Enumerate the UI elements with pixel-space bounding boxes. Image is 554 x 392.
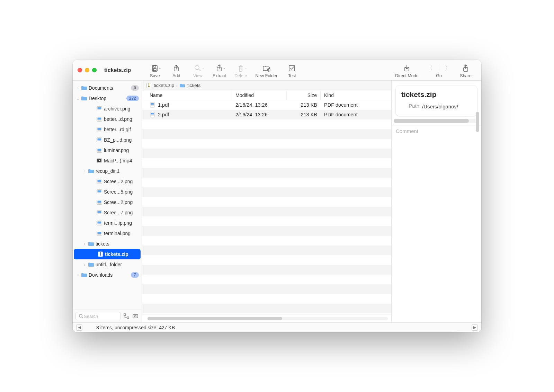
table-row (142, 216, 391, 226)
image-icon (96, 199, 102, 205)
sidebar-item[interactable]: Scree...7.png (73, 207, 142, 218)
breadcrumb-segment[interactable]: tickets.zip (154, 83, 174, 88)
toolbar-label: New Folder (255, 73, 277, 78)
sidebar-item[interactable]: ⌄Desktop272 (73, 93, 142, 104)
add-button[interactable]: Add (166, 64, 187, 78)
image-icon (96, 137, 102, 143)
sidebar-item[interactable]: Scree...2.png (73, 197, 142, 207)
disclosure-triangle[interactable]: › (75, 273, 80, 277)
chevron-down-icon: ⌄ (202, 66, 205, 70)
search-field[interactable] (84, 314, 118, 319)
sidebar-item[interactable]: ›Downloads7 (73, 270, 142, 280)
svg-rect-24 (98, 151, 101, 152)
zoom-window-button[interactable] (92, 68, 97, 72)
table-row (142, 236, 391, 246)
delete-button[interactable]: ⌄ Delete (230, 64, 251, 78)
minimize-window-button[interactable] (85, 68, 89, 72)
table-row (142, 129, 391, 139)
preview-icon[interactable] (132, 313, 139, 320)
disclosure-triangle[interactable]: › (75, 86, 80, 90)
table-row (142, 294, 391, 304)
sidebar-item[interactable]: tickets.zip (74, 249, 141, 259)
window-controls (78, 68, 97, 72)
svg-rect-31 (98, 190, 101, 193)
sidebar-item[interactable]: archiver.png (73, 104, 142, 114)
sidebar-item[interactable]: Scree...5.png (73, 187, 142, 197)
table-row[interactable]: 1.pdf2/16/24, 13:26213 KBPDF document (142, 100, 391, 110)
scrollbar-thumb[interactable] (148, 317, 282, 320)
disclosure-triangle[interactable]: ⌄ (75, 97, 80, 100)
sidebar-item[interactable]: ›untitl...folder (73, 259, 142, 270)
horizontal-scrollbar[interactable] (148, 317, 388, 320)
svg-rect-28 (98, 180, 101, 182)
column-header-kind[interactable]: Kind (321, 90, 391, 100)
search-input[interactable] (75, 312, 121, 320)
info-horizontal-scrollbar[interactable] (394, 119, 479, 123)
sidebar-item[interactable]: ›Documents0 (73, 83, 142, 93)
svg-rect-54 (149, 83, 149, 86)
sidebar-item[interactable]: terminal.png (73, 228, 142, 239)
sidebar-item[interactable]: ›tickets (73, 239, 142, 249)
svg-rect-63 (151, 116, 154, 116)
sidebar-item-label: tickets (96, 241, 139, 247)
view-button[interactable]: ⌄ View (187, 64, 208, 78)
test-button[interactable]: Test (281, 64, 303, 78)
share-button[interactable]: Share (455, 64, 476, 78)
disclosure-triangle[interactable]: › (82, 263, 87, 267)
pdf-icon (150, 112, 155, 117)
sidebar-item[interactable]: luminar.png (73, 145, 142, 155)
disclosure-triangle[interactable]: › (82, 242, 87, 246)
hierarchy-icon[interactable] (123, 313, 130, 320)
sidebar-item[interactable]: termi...ip.png (73, 218, 142, 228)
table-row (142, 265, 391, 275)
nav-first-button[interactable]: ◀ (76, 324, 82, 331)
nav-last-button[interactable]: ▶ (472, 324, 478, 331)
save-button[interactable]: ⌄ Save (144, 64, 166, 78)
sidebar: ›Documents0⌄Desktop272archiver.pngbetter… (73, 81, 142, 322)
breadcrumb-segment[interactable]: tickets (187, 83, 200, 88)
disclosure-triangle[interactable]: › (82, 169, 87, 173)
extract-button[interactable]: ⌄ Extract (208, 64, 230, 78)
table-row[interactable]: 2.pdf2/16/24, 13:26213 KBPDF document (142, 110, 391, 119)
svg-rect-14 (98, 118, 101, 120)
info-card: tickets.zip Path /Users/olganov/ (396, 86, 477, 116)
sidebar-item-label: BZ_p...d.png (104, 137, 139, 143)
sidebar-tree[interactable]: ›Documents0⌄Desktop272archiver.pngbetter… (73, 81, 142, 310)
direct-mode-button[interactable]: Direct Mode (391, 64, 423, 78)
image-icon (96, 147, 102, 153)
column-header-modified[interactable]: Modified (232, 90, 287, 100)
svg-rect-43 (98, 232, 101, 234)
table-row (142, 275, 391, 284)
go-nav: 〈 〉 Go (423, 64, 455, 78)
close-window-button[interactable] (78, 68, 82, 72)
image-icon (96, 126, 102, 133)
scrollbar-thumb[interactable] (394, 119, 469, 123)
nav-forward-button[interactable]: 〉 (443, 63, 454, 73)
svg-rect-41 (98, 224, 101, 224)
chevron-down-icon: ⌄ (159, 66, 161, 70)
new-folder-button[interactable]: New Folder (251, 64, 281, 78)
column-header-size[interactable]: Size (287, 90, 321, 100)
sidebar-item[interactable]: ›recup_dir.1 (73, 166, 142, 176)
sidebar-item[interactable]: Scree...2.png (73, 176, 142, 187)
table-body[interactable]: 1.pdf2/16/24, 13:26213 KBPDF document2.p… (142, 100, 391, 314)
sidebar-item[interactable]: better...rd.gif (73, 124, 142, 135)
scrollbar-thumb[interactable] (476, 112, 479, 132)
info-vertical-scrollbar[interactable] (476, 112, 479, 157)
sidebar-item[interactable]: BZ_p...d.png (73, 135, 142, 145)
sidebar-item[interactable]: better...d.png (73, 114, 142, 124)
sidebar-item[interactable]: MacP...).mp4 (73, 155, 142, 166)
table-row (142, 284, 391, 294)
svg-rect-57 (151, 103, 154, 105)
svg-rect-29 (98, 182, 101, 183)
share-icon (462, 64, 469, 73)
nav-back-button[interactable]: 〈 (424, 63, 435, 73)
toolbar-label: Test (288, 73, 296, 78)
svg-rect-62 (151, 115, 154, 115)
column-header-name[interactable]: Name (142, 90, 232, 100)
comment-field[interactable]: Comment (392, 125, 481, 137)
file-list-pane: tickets.zip›tickets Name Modified Size K… (142, 81, 391, 322)
sidebar-item-label: untitl...folder (96, 262, 139, 267)
sidebar-item-label: better...d.png (104, 116, 139, 122)
sidebar-footer (73, 310, 142, 322)
